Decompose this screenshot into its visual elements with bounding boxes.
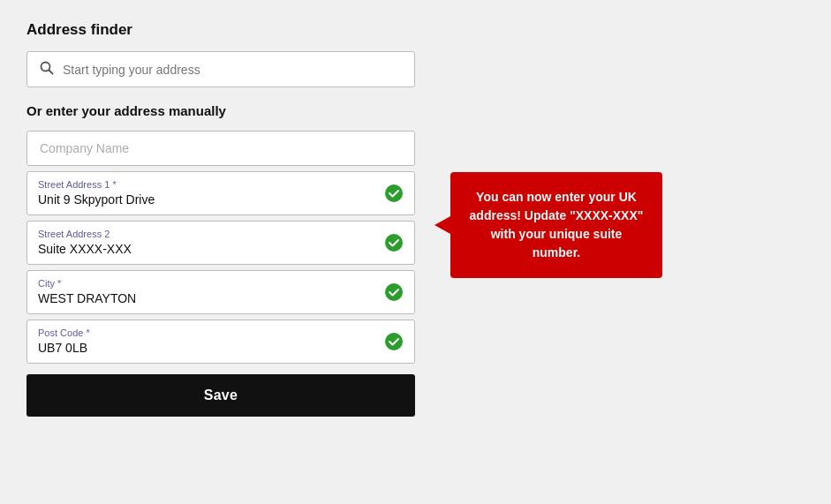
- city-field[interactable]: City * WEST DRAYTON: [26, 270, 415, 314]
- save-button[interactable]: Save: [26, 374, 415, 417]
- address-finder-input[interactable]: [63, 63, 402, 77]
- city-value: WEST DRAYTON: [38, 291, 136, 305]
- post-code-label: Post Code *: [38, 327, 377, 338]
- city-check-icon: [384, 282, 404, 302]
- address-finder-title: Address finder: [26, 21, 415, 39]
- svg-point-3: [385, 234, 403, 252]
- city-inner: City * WEST DRAYTON: [38, 278, 377, 306]
- company-name-placeholder: Company Name: [40, 141, 129, 155]
- post-code-check-icon: [384, 332, 404, 351]
- street-address-2-value: Suite XXXX-XXX: [38, 242, 132, 256]
- search-icon: [40, 61, 54, 78]
- svg-point-4: [385, 283, 403, 301]
- manual-address-label: Or enter your address manually: [26, 103, 415, 118]
- svg-line-1: [49, 71, 53, 74]
- page-container: Address finder Or enter your address man…: [0, 0, 831, 504]
- street-address-2-inner: Street Address 2 Suite XXXX-XXX: [38, 229, 377, 257]
- street-address-1-value: Unit 9 Skpyport Drive: [38, 192, 155, 207]
- address-finder-box: [26, 51, 415, 87]
- post-code-inner: Post Code * UB7 0LB: [38, 327, 377, 356]
- street-address-2-label: Street Address 2: [38, 229, 377, 239]
- svg-point-2: [385, 184, 403, 202]
- svg-point-5: [385, 333, 403, 350]
- callout-tooltip: You can now enter your UK address! Updat…: [450, 172, 662, 278]
- company-name-field[interactable]: Company Name: [26, 131, 415, 166]
- post-code-field[interactable]: Post Code * UB7 0LB: [26, 320, 415, 364]
- street-address-1-label: Street Address 1 *: [38, 179, 377, 190]
- street-address-2-field[interactable]: Street Address 2 Suite XXXX-XXX: [26, 221, 415, 265]
- street-address-2-check-icon: [384, 233, 404, 252]
- city-label: City *: [38, 278, 377, 289]
- form-panel: Address finder Or enter your address man…: [26, 21, 415, 417]
- street-address-1-field[interactable]: Street Address 1 * Unit 9 Skpyport Drive: [26, 171, 415, 215]
- street-address-1-check-icon: [384, 184, 404, 203]
- street-address-1-inner: Street Address 1 * Unit 9 Skpyport Drive: [38, 179, 377, 207]
- post-code-value: UB7 0LB: [38, 341, 87, 355]
